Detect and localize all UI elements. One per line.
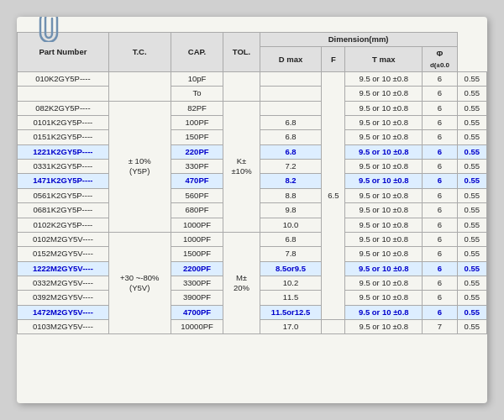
cell-t: 6 [423, 218, 457, 232]
cell-phi: 0.55 [457, 203, 486, 218]
cell-tc: ± 10% (Y5P) [108, 101, 171, 232]
cell-tmax: 9.5 or 10 ±0.8 [345, 72, 423, 87]
cell-t: 6 [423, 160, 457, 174]
cell-part-number: 0681K2GY5P---- [18, 203, 109, 218]
cell-t: 7 [423, 319, 457, 333]
col-header-tol: TOL. [223, 33, 260, 72]
cell-dmax [260, 72, 322, 87]
cell-cap: 680PF [171, 203, 223, 218]
cell-phi: 0.55 [457, 218, 486, 232]
cell-tmax: 9.5 or 10 ±0.8 [345, 160, 423, 174]
cell-t: 6 [423, 203, 457, 218]
cell-phi: 0.55 [457, 144, 486, 159]
cell-part-number: 1471K2GY5P---- [18, 174, 109, 188]
cell-dmax: 6.8 [260, 144, 322, 159]
cell-dmax: 10.2 [260, 276, 322, 290]
cell-cap: 220PF [171, 144, 223, 159]
cell-tc: +30 ~-80% (Y5V) [108, 232, 171, 333]
cell-t: 6 [423, 130, 457, 144]
cell-dmax: 8.5or9.5 [260, 261, 322, 276]
cell-cap: 560PF [171, 188, 223, 202]
cell-f [322, 319, 345, 333]
cell-cap: 330PF [171, 160, 223, 174]
cell-t: 6 [423, 87, 457, 101]
table-row: 082K2GY5P----± 10% (Y5P)82PFK± ±10%9.5 o… [18, 101, 487, 115]
cell-dmax [260, 101, 322, 115]
cell-tmax: 9.5 or 10 ±0.8 [345, 101, 423, 115]
cell-t: 6 [423, 276, 457, 290]
cell-phi: 0.55 [457, 101, 486, 115]
cell-t: 6 [423, 174, 457, 188]
cell-tmax: 9.5 or 10 ±0.8 [345, 291, 423, 305]
cell-t: 6 [423, 305, 457, 319]
col-header-f: F [322, 47, 345, 72]
cell-cap: 4700PF [171, 305, 223, 319]
cell-part-number [18, 87, 109, 101]
cell-t: 6 [423, 188, 457, 202]
table-row: 010K2GY5P----10pF6.59.5 or 10 ±0.860.55 [18, 72, 487, 87]
col-header-phi: Φd(±0.0 [423, 47, 457, 72]
cell-tmax: 9.5 or 10 ±0.8 [345, 174, 423, 188]
col-header-part: Part Number [18, 33, 109, 72]
data-table: Part Number T.C. CAP. TOL. Dimension(mm)… [17, 32, 487, 334]
cell-phi: 0.55 [457, 116, 486, 130]
cell-t: 6 [423, 101, 457, 115]
cell-dmax [260, 87, 322, 101]
cell-phi: 0.55 [457, 305, 486, 319]
cell-dmax: 6.8 [260, 116, 322, 130]
col-header-dimension: Dimension(mm) [260, 33, 457, 47]
cell-phi: 0.55 [457, 232, 486, 246]
cell-tmax: 9.5 or 10 ±0.8 [345, 247, 423, 261]
cell-f: 6.5 [322, 72, 345, 320]
cell-t: 6 [423, 144, 457, 159]
cell-tmax: 9.5 or 10 ±0.8 [345, 87, 423, 101]
cell-part-number: 010K2GY5P---- [18, 72, 109, 87]
cell-part-number: 1222M2GY5V---- [18, 261, 109, 276]
cell-part-number: 0151K2GY5P---- [18, 130, 109, 144]
cell-part-number: 0102M2GY5V---- [18, 232, 109, 246]
cell-dmax: 7.2 [260, 160, 322, 174]
cell-t: 6 [423, 116, 457, 130]
cell-dmax: 7.8 [260, 247, 322, 261]
cell-cap: 1000PF [171, 232, 223, 246]
cell-part-number: 0103M2GY5V---- [18, 319, 109, 333]
cell-tmax: 9.5 or 10 ±0.8 [345, 218, 423, 232]
cell-cap: 470PF [171, 174, 223, 188]
cell-dmax: 9.8 [260, 203, 322, 218]
cell-phi: 0.55 [457, 319, 486, 333]
cell-tol [223, 72, 260, 102]
cell-part-number: 0561K2GY5P---- [18, 188, 109, 202]
cell-t: 6 [423, 232, 457, 246]
table-body: 010K2GY5P----10pF6.59.5 or 10 ±0.860.55T… [18, 72, 487, 334]
cell-dmax: 6.8 [260, 232, 322, 246]
cell-part-number: 082K2GY5P---- [18, 101, 109, 115]
cell-tmax: 9.5 or 10 ±0.8 [345, 232, 423, 246]
col-header-tmax: T max [345, 47, 423, 72]
cell-cap: To [171, 87, 223, 101]
cell-phi: 0.55 [457, 276, 486, 290]
cell-cap: 1500PF [171, 247, 223, 261]
cell-phi: 0.55 [457, 160, 486, 174]
table-row: 0102M2GY5V----+30 ~-80% (Y5V)1000PFM± 20… [18, 232, 487, 246]
cell-t: 6 [423, 72, 457, 87]
cell-phi: 0.55 [457, 261, 486, 276]
cell-cap: 1000PF [171, 218, 223, 232]
cell-phi: 0.55 [457, 72, 486, 87]
cell-tmax: 9.5 or 10 ±0.8 [345, 203, 423, 218]
cell-phi: 0.55 [457, 87, 486, 101]
cell-part-number: 1472M2GY5V---- [18, 305, 109, 319]
header-row-1: Part Number T.C. CAP. TOL. Dimension(mm) [18, 33, 487, 47]
cell-tmax: 9.5 or 10 ±0.8 [345, 144, 423, 159]
cell-phi: 0.55 [457, 188, 486, 202]
col-header-cap: CAP. [171, 33, 223, 72]
cell-tmax: 9.5 or 10 ±0.8 [345, 116, 423, 130]
cell-dmax: 6.8 [260, 130, 322, 144]
cell-tc [108, 72, 171, 102]
cell-phi: 0.55 [457, 247, 486, 261]
cell-cap: 82PF [171, 101, 223, 115]
cell-t: 6 [423, 247, 457, 261]
paperclip-icon [37, 17, 60, 42]
cell-tol: K± ±10% [223, 101, 260, 232]
cell-tmax: 9.5 or 10 ±0.8 [345, 319, 423, 333]
cell-part-number: 0331K2GY5P---- [18, 160, 109, 174]
